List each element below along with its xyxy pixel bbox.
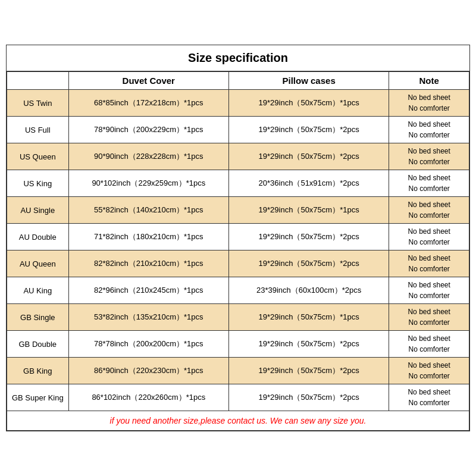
cell-note: No bed sheet No comforter: [389, 304, 469, 331]
table-row: US Queen90*90inch（228x228cm）*1pcs19*29in…: [7, 143, 469, 170]
size-specification-container: Size specification Duvet Cover Pillow ca…: [6, 45, 470, 431]
cell-note: No bed sheet No comforter: [389, 90, 469, 117]
footer-text: if you need another size,please contact …: [7, 411, 469, 431]
cell-pillow: 19*29inch（50x75cm）*2pcs: [228, 358, 389, 384]
header-pillow: Pillow cases: [228, 72, 389, 90]
size-table: Duvet Cover Pillow cases Note US Twin68*…: [7, 71, 469, 431]
cell-note: No bed sheet No comforter: [389, 170, 469, 197]
header-size: [7, 72, 69, 90]
cell-size: US Queen: [7, 143, 69, 170]
cell-duvet: 68*85inch（172x218cm）*1pcs: [68, 90, 228, 117]
table-row: GB Super King86*102inch（220x260cm）*1pcs1…: [7, 384, 469, 411]
table-row: US King90*102inch（229x259cm）*1pcs20*36in…: [7, 170, 469, 197]
cell-size: AU Single: [7, 197, 69, 224]
cell-size: GB King: [7, 358, 69, 384]
cell-duvet: 82*82inch（210x210cm）*1pcs: [68, 250, 228, 277]
table-header-row: Duvet Cover Pillow cases Note: [7, 72, 469, 90]
cell-duvet: 90*102inch（229x259cm）*1pcs: [68, 170, 228, 197]
cell-duvet: 82*96inch（210x245cm）*1pcs: [68, 277, 228, 304]
table-row: AU Queen82*82inch（210x210cm）*1pcs19*29in…: [7, 250, 469, 277]
cell-note: No bed sheet No comforter: [389, 331, 469, 358]
cell-duvet: 86*90inch（220x230cm）*1pcs: [68, 358, 228, 384]
cell-pillow: 19*29inch（50x75cm）*2pcs: [228, 331, 389, 358]
cell-size: US King: [7, 170, 69, 197]
cell-size: AU Queen: [7, 250, 69, 277]
table-row: GB Single53*82inch（135x210cm）*1pcs19*29i…: [7, 304, 469, 331]
cell-note: No bed sheet No comforter: [389, 224, 469, 250]
table-row: GB Double78*78inch（200x200cm）*1pcs19*29i…: [7, 331, 469, 358]
cell-duvet: 78*78inch（200x200cm）*1pcs: [68, 331, 228, 358]
cell-pillow: 19*29inch（50x75cm）*1pcs: [228, 197, 389, 224]
cell-pillow: 19*29inch（50x75cm）*2pcs: [228, 224, 389, 250]
cell-note: No bed sheet No comforter: [389, 143, 469, 170]
cell-duvet: 90*90inch（228x228cm）*1pcs: [68, 143, 228, 170]
cell-size: GB Double: [7, 331, 69, 358]
cell-duvet: 86*102inch（220x260cm）*1pcs: [68, 384, 228, 411]
cell-pillow: 20*36inch（51x91cm）*2pcs: [228, 170, 389, 197]
cell-size: AU Double: [7, 224, 69, 250]
cell-pillow: 19*29inch（50x75cm）*1pcs: [228, 90, 389, 117]
cell-pillow: 19*29inch（50x75cm）*2pcs: [228, 117, 389, 143]
header-note: Note: [389, 72, 469, 90]
cell-size: AU King: [7, 277, 69, 304]
table-row: AU Double71*82inch（180x210cm）*1pcs19*29i…: [7, 224, 469, 250]
cell-size: GB Single: [7, 304, 69, 331]
cell-duvet: 71*82inch（180x210cm）*1pcs: [68, 224, 228, 250]
cell-note: No bed sheet No comforter: [389, 384, 469, 411]
cell-pillow: 19*29inch（50x75cm）*2pcs: [228, 384, 389, 411]
cell-size: US Twin: [7, 90, 69, 117]
cell-note: No bed sheet No comforter: [389, 358, 469, 384]
table-row: US Full78*90inch（200x229cm）*1pcs19*29inc…: [7, 117, 469, 143]
table-row: GB King86*90inch（220x230cm）*1pcs19*29inc…: [7, 358, 469, 384]
cell-note: No bed sheet No comforter: [389, 277, 469, 304]
cell-note: No bed sheet No comforter: [389, 117, 469, 143]
table-row: AU Single55*82inch（140x210cm）*1pcs19*29i…: [7, 197, 469, 224]
cell-size: GB Super King: [7, 384, 69, 411]
cell-pillow: 19*29inch（50x75cm）*2pcs: [228, 250, 389, 277]
cell-note: No bed sheet No comforter: [389, 197, 469, 224]
table-row: AU King82*96inch（210x245cm）*1pcs23*39inc…: [7, 277, 469, 304]
cell-size: US Full: [7, 117, 69, 143]
cell-pillow: 23*39inch（60x100cm）*2pcs: [228, 277, 389, 304]
footer-row: if you need another size,please contact …: [7, 411, 469, 431]
cell-note: No bed sheet No comforter: [389, 250, 469, 277]
cell-duvet: 55*82inch（140x210cm）*1pcs: [68, 197, 228, 224]
cell-duvet: 78*90inch（200x229cm）*1pcs: [68, 117, 228, 143]
table-title: Size specification: [7, 45, 469, 71]
header-duvet: Duvet Cover: [68, 72, 228, 90]
cell-pillow: 19*29inch（50x75cm）*2pcs: [228, 143, 389, 170]
cell-pillow: 19*29inch（50x75cm）*1pcs: [228, 304, 389, 331]
cell-duvet: 53*82inch（135x210cm）*1pcs: [68, 304, 228, 331]
table-row: US Twin68*85inch（172x218cm）*1pcs19*29inc…: [7, 90, 469, 117]
